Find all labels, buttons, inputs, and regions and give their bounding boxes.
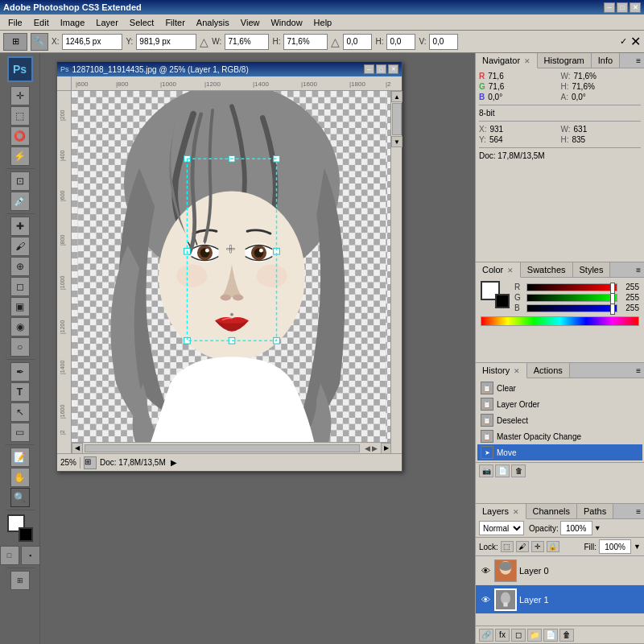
title-bar-controls[interactable]: ─ □ ✕ [604,2,641,13]
layer-row-0[interactable]: 👁 Layer 0 [476,556,644,585]
quick-mask-on[interactable]: ▪ [21,546,40,565]
nav-next[interactable]: ▶ [372,444,378,452]
hand-tool[interactable]: ✋ [10,468,30,487]
magic-wand-tool[interactable]: ⚡ [10,147,30,166]
scroll-left-btn[interactable]: ◀ [72,443,83,454]
menu-edit[interactable]: Edit [29,16,54,29]
menu-file[interactable]: File [3,16,27,29]
minimize-button[interactable]: ─ [604,2,615,13]
layers-menu[interactable]: ≡ [633,506,644,518]
styles-tab[interactable]: Styles [573,262,611,277]
pen-tool[interactable]: ✒ [10,362,30,382]
h-skew-input[interactable] [386,34,415,50]
history-item-2[interactable]: 📋 Deselect [477,412,642,428]
blend-mode-select[interactable]: Normal Multiply Screen [479,521,524,535]
history-item-4[interactable]: ➤ Move [477,444,642,460]
history-item-1[interactable]: 📋 Layer Order [477,396,642,412]
gradient-tool[interactable]: ▣ [10,297,30,316]
screen-mode-btn[interactable]: ⊞ [10,571,30,590]
background-color[interactable] [19,527,33,542]
color-tab[interactable]: Color ✕ [476,262,521,278]
history-item-3[interactable]: 📋 Master Opacity Change [477,428,642,444]
nav-prev[interactable]: ◀ [365,444,370,452]
doc-maximize[interactable]: □ [376,64,386,74]
brush-tool[interactable]: 🖌 [10,237,30,256]
commit-btn[interactable]: ✓ [620,36,627,47]
doc-scrollbar-h[interactable]: ◀ ◀ ▶ ▶ [72,442,392,453]
menu-image[interactable]: Image [56,16,90,29]
nav-close[interactable]: ✕ [522,57,530,65]
channels-tab[interactable]: Channels [526,504,577,518]
close-button[interactable]: ✕ [630,2,641,13]
zoom-tool[interactable]: 🔍 [10,488,30,507]
layers-close[interactable]: ✕ [510,508,519,516]
menu-layer[interactable]: Layer [91,16,123,29]
menu-select[interactable]: Select [125,16,159,29]
h-input[interactable] [283,34,328,50]
history-close[interactable]: ✕ [511,367,520,375]
color-close[interactable]: ✕ [505,266,514,275]
crop-tool[interactable]: ⊡ [10,171,30,191]
info-tab[interactable]: Info [592,53,620,68]
menu-filter[interactable]: Filter [160,16,189,29]
v-skew-input[interactable] [429,34,458,50]
doc-title-controls[interactable]: ─ □ ✕ [364,64,398,74]
g-slider-thumb[interactable] [610,293,615,304]
shape-tool[interactable]: ▭ [10,423,30,442]
fill-arrow[interactable]: ▼ [634,543,641,551]
marquee-tool[interactable]: ⬚ [10,106,30,126]
scroll-down-btn[interactable]: ▼ [391,136,402,147]
canvas-area[interactable]: Ps 1287108_11914435.jpg @ 25% (Layer 1, … [40,53,475,644]
opacity-input[interactable] [560,521,592,535]
spectrum-bar[interactable] [481,316,639,326]
layers-tab[interactable]: Layers ✕ [476,504,526,519]
new-snapshot-btn[interactable]: 📷 [479,464,493,477]
menu-window[interactable]: Window [266,16,307,29]
delete-state-btn[interactable]: 🗑 [511,464,526,477]
lasso-tool[interactable]: ⭕ [10,126,30,146]
bg-color-swatch[interactable] [495,294,510,308]
lock-all-btn[interactable]: 🔒 [547,541,559,552]
mask-btn[interactable]: ◻ [511,629,526,642]
lock-image-btn[interactable]: 🖌 [516,541,529,552]
layer-row-1[interactable]: 👁 Layer 1 [476,585,644,614]
r-slider[interactable] [526,283,617,291]
dodge-tool[interactable]: ○ [10,337,30,357]
fx-btn[interactable]: fx [495,629,510,642]
x-input[interactable] [62,34,122,50]
menu-view[interactable]: View [236,16,265,29]
history-tab[interactable]: History ✕ [476,363,527,378]
type-tool[interactable]: T [10,382,30,402]
doc-minimize[interactable]: ─ [364,64,374,74]
link-layers-btn[interactable]: 🔗 [479,629,493,642]
b-slider-thumb[interactable] [610,303,615,315]
menu-analysis[interactable]: Analysis [192,16,234,29]
blur-tool[interactable]: ◉ [10,317,30,336]
move-tool[interactable]: ✛ [10,86,30,105]
status-arrow[interactable]: ▶ [171,458,177,467]
w-input[interactable] [225,34,269,50]
navigator-tab[interactable]: Navigator ✕ [476,53,538,68]
history-item-0[interactable]: 📋 Clear [477,380,642,396]
scroll-v-track[interactable] [391,103,402,135]
new-layer-btn[interactable]: 📄 [543,629,558,642]
lock-transparent-btn[interactable]: ⬚ [501,541,514,552]
doc-scrollbar-v[interactable]: ▲ ▼ [390,91,402,453]
delete-layer-btn[interactable]: 🗑 [559,629,574,642]
layer-1-visibility[interactable]: 👁 [479,593,492,606]
b-slider[interactable] [526,304,617,312]
histogram-tab[interactable]: Histogram [538,53,592,68]
g-slider[interactable] [526,294,617,302]
color-menu[interactable]: ≡ [633,264,644,276]
new-doc-btn[interactable]: 📄 [495,464,510,477]
lock-position-btn[interactable]: ✛ [531,541,544,552]
status-icon[interactable]: ⊞ [84,456,97,469]
eyedropper-tool[interactable]: 💉 [10,192,30,211]
doc-close[interactable]: ✕ [388,64,398,74]
group-btn[interactable]: 📁 [527,629,542,642]
scroll-up-btn[interactable]: ▲ [391,91,402,102]
r-slider-thumb[interactable] [610,283,615,294]
scroll-h-thumb[interactable] [85,444,360,452]
opacity-arrow[interactable]: ▼ [594,524,601,532]
layer-0-visibility[interactable]: 👁 [479,564,492,577]
